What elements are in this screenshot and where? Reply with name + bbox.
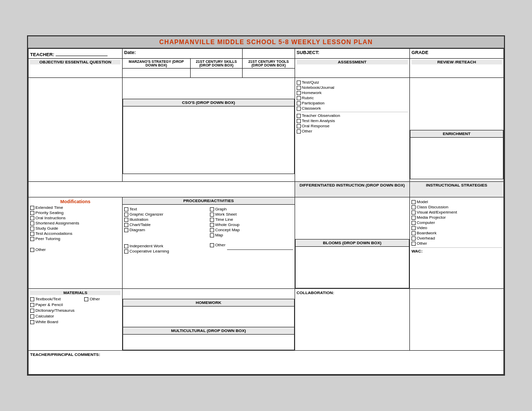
- checkbox-proc-other[interactable]: [210, 243, 214, 247]
- checkbox-timeline[interactable]: [210, 218, 214, 222]
- checkbox-graphic-organizer[interactable]: [124, 213, 128, 217]
- checkbox-independent[interactable]: [124, 244, 128, 248]
- checkbox-illustration[interactable]: [124, 218, 128, 222]
- assessment-test-quiz: Test/Quiz: [297, 80, 408, 85]
- proc-map: Map: [210, 233, 293, 237]
- teacher-label: TEACHER:: [30, 52, 55, 57]
- century-skills-header: 21ST CENTURY SKILLS (DROP DOWN BOX): [190, 59, 243, 69]
- checkbox-visual-aid[interactable]: [411, 210, 416, 215]
- homework-header: HOMEWORK: [123, 299, 294, 307]
- checkbox-cooperative[interactable]: [124, 249, 128, 254]
- checkbox-test-accom[interactable]: [30, 232, 34, 236]
- procedure-content: Text Graphic Organizer Illustration: [123, 205, 295, 256]
- diff-content[interactable]: [295, 197, 409, 239]
- checkbox-computer[interactable]: [411, 221, 416, 225]
- is-overhead: Overhead: [411, 236, 502, 241]
- labels-row: OBJECTIVE/ ESSENTIAL QUESTION MARZANO'S …: [29, 59, 504, 69]
- checkbox-peer-tutoring[interactable]: [30, 237, 34, 241]
- checkbox-model[interactable]: [411, 200, 416, 204]
- comments-content[interactable]: [30, 357, 502, 373]
- assessment-oral-response: Oral Response: [297, 124, 408, 128]
- checkbox-textbook[interactable]: [30, 297, 34, 301]
- checkbox-worksheet[interactable]: [210, 213, 214, 217]
- proc-independent: Independent Work: [124, 244, 207, 248]
- mat-dictionary: Dictionary/Thesaurus: [30, 308, 121, 313]
- checkbox-item-analysis[interactable]: [297, 119, 301, 123]
- enrichment-content[interactable]: [410, 137, 503, 179]
- marzano-cso-area: CSO'S (DROP DOWN BOX): [122, 78, 295, 182]
- checkbox-oral-response[interactable]: [297, 124, 301, 128]
- homework-content[interactable]: [123, 307, 294, 327]
- checkbox-media-projector[interactable]: [411, 216, 416, 220]
- checkbox-participation[interactable]: [297, 101, 301, 105]
- checkbox-priority-seating[interactable]: [30, 211, 34, 215]
- blooms-content[interactable]: [295, 246, 409, 288]
- checkbox-study-guide[interactable]: [30, 227, 34, 231]
- checkbox-extended-time[interactable]: [30, 206, 34, 210]
- teacher-cell: TEACHER:: [29, 49, 123, 59]
- checkbox-video[interactable]: [411, 226, 416, 230]
- materials-cell: MATERIALS Textbook/Text Other Paper & Pe…: [29, 288, 123, 351]
- checkbox-oral-instructions[interactable]: [30, 216, 34, 220]
- checkbox-calculator[interactable]: [30, 314, 34, 319]
- lesson-plan-page: CHAPMANVILLE MIDDLE SCHOOL 5-8 WEEKLY LE…: [27, 35, 505, 376]
- objective-content[interactable]: [29, 78, 123, 182]
- skills-dropdown[interactable]: [190, 69, 243, 78]
- checkbox-chart-table[interactable]: [124, 223, 128, 227]
- homework-top[interactable]: [123, 289, 294, 299]
- procedure-col2: Graph Work Sheet Time Line Whole Gr: [210, 206, 293, 254]
- checkbox-classwork[interactable]: [297, 107, 301, 111]
- checkbox-is-other[interactable]: [411, 242, 416, 246]
- mod-shortened: Shortened Assignments: [30, 221, 121, 226]
- mod-other: Other: [30, 247, 121, 252]
- collaboration-cell: COLLABORATION:: [295, 288, 409, 351]
- checkbox-graph[interactable]: [210, 207, 214, 211]
- proc-diagram: Diagram: [124, 228, 207, 232]
- wac-content[interactable]: [411, 255, 502, 276]
- instructional-cell: Model Class Discussion Visual Aid/Experi…: [409, 197, 503, 289]
- mat-other: Other: [84, 297, 121, 301]
- proc-other-input[interactable]: [227, 243, 293, 250]
- checkbox-shortened[interactable]: [30, 221, 34, 226]
- review-content[interactable]: [410, 78, 503, 130]
- extra-cell: [409, 288, 503, 351]
- checkbox-diagram[interactable]: [124, 228, 128, 232]
- is-video: Video: [411, 226, 502, 230]
- checkbox-mod-other[interactable]: [30, 248, 34, 252]
- checkbox-test-quiz[interactable]: [297, 81, 301, 85]
- cso-content[interactable]: [123, 106, 294, 174]
- mat-whiteboard: White Board: [30, 320, 121, 324]
- checkbox-homework-assess[interactable]: [297, 91, 301, 95]
- checkbox-overhead[interactable]: [411, 236, 416, 241]
- checkbox-whiteboard[interactable]: [30, 320, 34, 324]
- checkbox-paper[interactable]: [30, 303, 34, 307]
- grade-label: GRADE: [411, 50, 429, 55]
- checkbox-mat-other[interactable]: [84, 297, 88, 301]
- marzano-dropdown[interactable]: [122, 69, 190, 78]
- marzano-content[interactable]: [123, 78, 294, 99]
- teacher-input[interactable]: [56, 50, 108, 56]
- mod-study-guide: Study Guide: [30, 226, 121, 231]
- checkbox-rubric[interactable]: [297, 96, 301, 100]
- is-media-projector: Media Projector: [411, 215, 502, 220]
- assessment-notebook: Notebook/Journal: [297, 85, 408, 90]
- collaboration-content[interactable]: [297, 295, 408, 347]
- diff-instruction-row: DIFFERENTIATED INSTRUCTION (DROP DOWN BO…: [29, 182, 504, 197]
- checkbox-teacher-obs[interactable]: [297, 114, 301, 118]
- multicultural-content[interactable]: [123, 335, 294, 350]
- checkbox-class-discussion[interactable]: [411, 205, 416, 209]
- checkbox-concept-map[interactable]: [210, 228, 214, 232]
- checkbox-boardwork[interactable]: [411, 231, 416, 235]
- objective-header: OBJECTIVE/ ESSENTIAL QUESTION: [30, 60, 121, 64]
- checkbox-whole-group[interactable]: [210, 223, 214, 227]
- checkbox-text[interactable]: [124, 207, 128, 211]
- collaboration-header: COLLABORATION:: [297, 290, 408, 295]
- mod-oral-instructions: Oral Instructions: [30, 216, 121, 220]
- assessment-participation: Participation: [297, 101, 408, 105]
- checkbox-dictionary[interactable]: [30, 309, 34, 313]
- checkbox-assess-other[interactable]: [297, 129, 301, 134]
- tools-dropdown[interactable]: [243, 69, 295, 78]
- review-enrichment-cell: ENRICHMENT: [409, 78, 503, 182]
- checkbox-map[interactable]: [210, 233, 214, 237]
- checkbox-notebook[interactable]: [297, 86, 301, 90]
